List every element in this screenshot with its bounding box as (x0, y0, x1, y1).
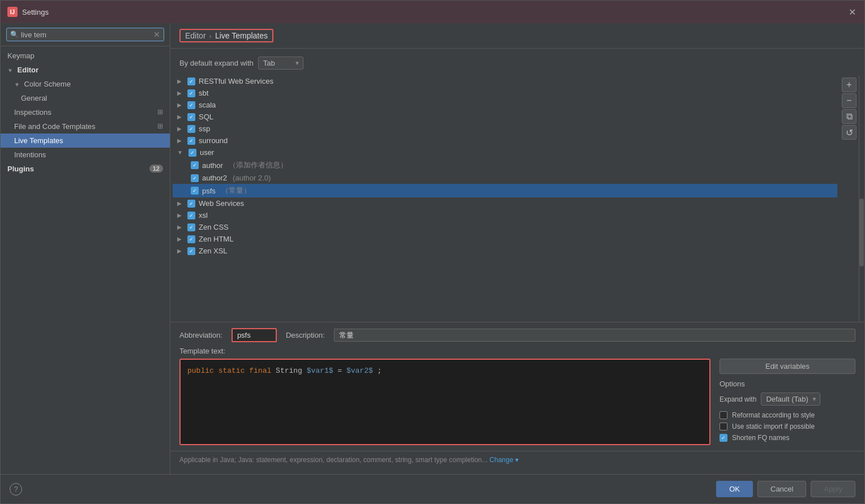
title-bar: IJ Settings ✕ (1, 1, 864, 23)
color-scheme-arrow: ▼ (14, 81, 20, 88)
static-import-checkbox[interactable] (720, 423, 727, 430)
shorten-fq-checkbox[interactable] (720, 434, 727, 442)
abbreviation-input[interactable] (232, 328, 277, 342)
search-input-wrap[interactable]: 🔍 ✕ (6, 28, 164, 41)
static-import-label: Use static import if possible (732, 423, 815, 430)
expand-with-option: Expand with Default (Tab) Tab Enter Spac… (720, 393, 855, 406)
item-psfs-desc: （常量） (221, 186, 251, 196)
options-label: Options (720, 380, 855, 388)
group-restful-name: RESTful Web Services (199, 77, 273, 85)
help-button[interactable]: ? (10, 483, 22, 496)
plugins-badge: 12 (149, 165, 163, 173)
group-zen-css[interactable]: ▶ Zen CSS (173, 221, 837, 233)
applicable-row: Applicable in Java; Java: statement, exp… (170, 451, 864, 468)
change-link[interactable]: Change (490, 456, 513, 464)
group-restful-checkbox[interactable] (187, 77, 195, 85)
window-title: Settings (22, 8, 49, 16)
ok-button[interactable]: OK (716, 481, 753, 497)
group-restful[interactable]: ▶ RESTful Web Services (173, 75, 837, 87)
right-panel: Editor › Live Templates By default expan… (170, 23, 864, 474)
apply-button[interactable]: Apply (811, 481, 855, 497)
item-psfs[interactable]: psfs （常量） (173, 184, 837, 197)
footer: ? OK Cancel Apply (1, 474, 864, 503)
item-author2[interactable]: author2 (author 2.0) (173, 172, 837, 184)
group-zen-xsl-checkbox[interactable] (187, 247, 195, 255)
revert-template-button[interactable]: ↺ (842, 125, 857, 140)
cancel-button[interactable]: Cancel (757, 481, 806, 497)
group-xsl-name: xsl (199, 211, 208, 219)
close-button[interactable]: ✕ (846, 6, 858, 18)
group-ssp[interactable]: ▶ ssp (173, 123, 837, 135)
shorten-fq-label: Shorten FQ names (732, 434, 789, 442)
group-scala-checkbox[interactable] (187, 101, 195, 109)
group-sql-name: SQL (199, 113, 213, 121)
sidebar-item-keymap[interactable]: Keymap (1, 49, 170, 63)
group-sql-arrow: ▶ (177, 114, 182, 120)
breadcrumb-bar: Editor › Live Templates (170, 23, 864, 49)
breadcrumb-outline: Editor › Live Templates (179, 29, 273, 42)
group-xsl-checkbox[interactable] (187, 212, 195, 219)
sidebar-item-intentions[interactable]: Intentions (1, 148, 170, 162)
add-template-button[interactable]: + (842, 77, 857, 92)
group-sbt-checkbox[interactable] (187, 89, 195, 97)
item-author-name: author (202, 161, 223, 170)
remove-template-button[interactable]: − (842, 93, 857, 108)
copy-template-button[interactable]: ⧉ (842, 109, 857, 124)
group-ws-checkbox[interactable] (187, 200, 195, 208)
group-user[interactable]: ▼ user (173, 147, 837, 158)
search-box: 🔍 ✕ (1, 23, 170, 46)
expand-with-option-select[interactable]: Default (Tab) Tab Enter Space (761, 393, 820, 406)
sidebar-item-inspections[interactable]: Inspections ⊞ (1, 105, 170, 119)
sidebar: 🔍 ✕ Keymap ▼ Editor ▼ Color Scheme Gener… (1, 23, 170, 474)
group-sbt[interactable]: ▶ sbt (173, 87, 837, 99)
description-label: Description: (286, 331, 325, 339)
breadcrumb-current: Live Templates (215, 31, 268, 40)
item-author2-checkbox[interactable] (191, 174, 199, 182)
group-scala[interactable]: ▶ scala (173, 99, 837, 111)
template-options: Edit variables Options Expand with Defau… (720, 359, 855, 445)
clear-search-button[interactable]: ✕ (153, 30, 160, 39)
group-ws-arrow: ▶ (177, 200, 182, 206)
description-input[interactable] (334, 329, 855, 342)
sidebar-item-plugins[interactable]: Plugins 12 (1, 162, 170, 176)
expand-with-select[interactable]: Tab Enter Space (258, 57, 303, 70)
group-zen-css-checkbox[interactable] (187, 223, 195, 231)
footer-buttons: OK Cancel Apply (716, 481, 855, 497)
group-zen-xsl-arrow: ▶ (177, 248, 182, 254)
group-web-services[interactable]: ▶ Web Services (173, 197, 837, 209)
template-editor[interactable]: public static final String $var1$ = $var… (179, 359, 710, 445)
group-zen-html[interactable]: ▶ Zen HTML (173, 233, 837, 245)
group-sql-checkbox[interactable] (187, 113, 195, 121)
sidebar-item-general[interactable]: General (1, 91, 170, 105)
search-input[interactable] (21, 31, 151, 39)
breadcrumb-parent: Editor (185, 31, 206, 40)
settings-window: IJ Settings ✕ 🔍 ✕ Keymap ▼ Editor (0, 0, 865, 504)
abbreviation-row: Abbreviation: Description: (179, 328, 855, 342)
shorten-fq-row: Shorten FQ names (720, 434, 855, 442)
item-psfs-checkbox[interactable] (191, 187, 199, 195)
template-text-label: Template text: (179, 347, 855, 355)
reformat-checkbox[interactable] (720, 411, 727, 419)
group-surround[interactable]: ▶ surround (173, 135, 837, 147)
group-ssp-checkbox[interactable] (187, 125, 195, 133)
group-zen-html-checkbox[interactable] (187, 235, 195, 243)
sidebar-item-live-templates[interactable]: Live Templates (1, 133, 170, 148)
group-sbt-name: sbt (199, 89, 208, 97)
group-zen-xsl-name: Zen XSL (199, 247, 228, 255)
item-author2-name: author2 (202, 174, 227, 182)
eq: = (337, 367, 346, 375)
edit-variables-button[interactable]: Edit variables (720, 359, 855, 374)
sidebar-item-color-scheme[interactable]: ▼ Color Scheme (1, 77, 170, 91)
item-author-checkbox[interactable] (191, 161, 199, 169)
scrollbar[interactable] (859, 75, 864, 322)
panel-body: By default expand with Tab Enter Space ▼ (170, 49, 864, 474)
group-surround-checkbox[interactable] (187, 137, 195, 145)
group-user-arrow: ▼ (177, 149, 183, 156)
group-zen-xsl[interactable]: ▶ Zen XSL (173, 245, 837, 257)
group-xsl[interactable]: ▶ xsl (173, 209, 837, 221)
item-author[interactable]: author （添加作者信息） (173, 158, 837, 172)
sidebar-item-file-code-templates[interactable]: File and Code Templates ⊞ (1, 119, 170, 133)
group-user-checkbox[interactable] (189, 149, 196, 157)
sidebar-item-editor[interactable]: ▼ Editor (1, 63, 170, 77)
group-sql[interactable]: ▶ SQL (173, 111, 837, 123)
